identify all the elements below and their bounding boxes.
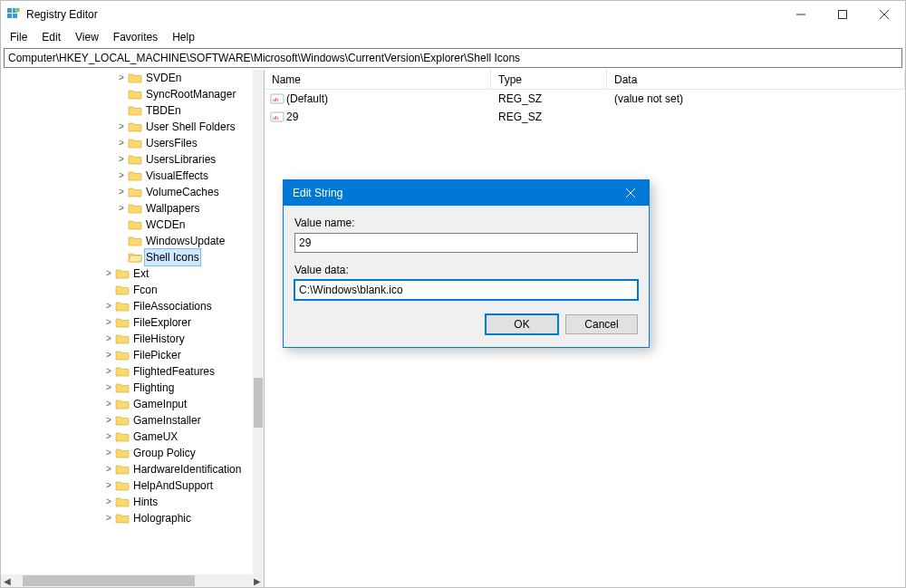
tree-item[interactable]: >UsersLibraries bbox=[1, 151, 253, 168]
folder-icon bbox=[115, 429, 130, 444]
tree-horizontal-scrollbar[interactable]: ◀ ▶ bbox=[1, 574, 264, 587]
tree-item[interactable]: TBDEn bbox=[1, 102, 253, 119]
folder-icon bbox=[128, 71, 142, 85]
tree-item[interactable]: >Ext bbox=[1, 265, 253, 282]
folder-icon bbox=[115, 446, 130, 460]
tree-item-label: HardwareIdentification bbox=[131, 461, 243, 477]
expand-toggle-icon[interactable]: > bbox=[102, 347, 115, 363]
tree-item[interactable]: >GameUX bbox=[1, 429, 253, 445]
value-data-input[interactable] bbox=[294, 280, 638, 300]
tree-item[interactable]: >FileAssociations bbox=[1, 298, 253, 314]
expand-toggle-icon[interactable]: > bbox=[102, 477, 115, 494]
expand-toggle-icon[interactable]: > bbox=[102, 298, 115, 314]
expand-toggle-icon[interactable]: > bbox=[102, 445, 115, 461]
column-name[interactable]: Name bbox=[265, 70, 491, 89]
tree-item[interactable]: >FlightedFeatures bbox=[1, 363, 253, 380]
expand-toggle-icon[interactable]: > bbox=[102, 314, 115, 331]
tree-item[interactable]: WindowsUpdate bbox=[1, 233, 253, 249]
expand-toggle-icon[interactable]: > bbox=[102, 331, 115, 347]
expand-toggle-icon[interactable]: > bbox=[115, 184, 128, 200]
tree-item[interactable]: >HelpAndSupport bbox=[1, 477, 253, 494]
tree-item[interactable]: >Hints bbox=[1, 494, 253, 510]
tree-item-label: User Shell Folders bbox=[144, 119, 237, 135]
tree-item[interactable]: >FilePicker bbox=[1, 347, 253, 363]
column-type[interactable]: Type bbox=[491, 70, 607, 89]
scrollbar-thumb[interactable] bbox=[23, 575, 195, 586]
value-name-input[interactable] bbox=[294, 233, 638, 253]
value-row[interactable]: ab29REG_SZ bbox=[265, 108, 905, 126]
edit-string-dialog: Edit String Value name: Value data: OK C… bbox=[283, 179, 650, 348]
expand-toggle-icon[interactable]: > bbox=[115, 151, 128, 168]
tree-item[interactable]: >Group Policy bbox=[1, 445, 253, 461]
folder-icon bbox=[128, 217, 142, 232]
tree-item[interactable]: >VolumeCaches bbox=[1, 184, 253, 200]
expand-toggle-icon[interactable]: > bbox=[102, 380, 115, 396]
tree-item-label: Fcon bbox=[131, 282, 159, 298]
tree-item[interactable]: >Holographic bbox=[1, 510, 253, 526]
folder-icon bbox=[128, 136, 142, 150]
menu-favorites[interactable]: Favorites bbox=[108, 29, 163, 45]
expand-toggle-icon[interactable]: > bbox=[115, 168, 128, 184]
expand-toggle-icon[interactable]: > bbox=[115, 200, 128, 217]
folder-icon bbox=[115, 315, 130, 330]
ok-button[interactable]: OK bbox=[486, 314, 558, 334]
folder-icon bbox=[115, 381, 130, 395]
svg-rect-2 bbox=[7, 14, 12, 18]
tree-item[interactable]: >VisualEffects bbox=[1, 168, 253, 184]
tree-item[interactable]: >FileExplorer bbox=[1, 314, 253, 331]
tree-item-label: UsersLibraries bbox=[144, 151, 217, 168]
menu-help[interactable]: Help bbox=[167, 29, 200, 45]
menu-edit[interactable]: Edit bbox=[36, 29, 66, 45]
svg-text:ab: ab bbox=[273, 96, 279, 103]
tree-item[interactable]: >UsersFiles bbox=[1, 135, 253, 151]
expand-toggle-icon[interactable]: > bbox=[102, 265, 115, 282]
tree-item-label: FileHistory bbox=[131, 331, 187, 347]
expand-toggle-icon[interactable]: > bbox=[115, 135, 128, 151]
column-data[interactable]: Data bbox=[607, 70, 905, 89]
tree-item-label: VisualEffects bbox=[144, 168, 210, 184]
tree-item[interactable]: >GameInstaller bbox=[1, 412, 253, 429]
tree-item[interactable]: WCDEn bbox=[1, 217, 253, 233]
expand-toggle-icon[interactable]: > bbox=[102, 429, 115, 445]
tree-item[interactable]: >SVDEn bbox=[1, 70, 253, 86]
close-button[interactable] bbox=[863, 1, 905, 28]
dialog-close-button[interactable] bbox=[612, 180, 649, 206]
address-bar[interactable]: Computer\HKEY_LOCAL_MACHINE\SOFTWARE\Mic… bbox=[4, 48, 902, 68]
tree-item[interactable]: >Wallpapers bbox=[1, 200, 253, 217]
value-name: 29 bbox=[286, 111, 298, 123]
folder-icon bbox=[115, 397, 130, 411]
expand-toggle-icon[interactable]: > bbox=[102, 461, 115, 477]
scroll-right-icon[interactable]: ▶ bbox=[251, 574, 264, 587]
tree-item[interactable]: >FileHistory bbox=[1, 331, 253, 347]
tree-item[interactable]: Fcon bbox=[1, 282, 253, 298]
expand-toggle-icon[interactable]: > bbox=[115, 119, 128, 135]
scrollbar-thumb[interactable] bbox=[254, 378, 263, 428]
value-row[interactable]: ab(Default)REG_SZ(value not set) bbox=[265, 90, 905, 108]
menu-view[interactable]: View bbox=[70, 29, 104, 45]
tree-item[interactable]: SyncRootManager bbox=[1, 86, 253, 102]
tree-item[interactable]: >GameInput bbox=[1, 396, 253, 412]
expand-toggle-icon[interactable]: > bbox=[115, 70, 128, 86]
tree-item-label: SVDEn bbox=[144, 70, 183, 86]
expand-toggle-icon[interactable]: > bbox=[102, 412, 115, 429]
registry-tree[interactable]: >SVDEnSyncRootManagerTBDEn>User Shell Fo… bbox=[1, 70, 253, 526]
tree-vertical-scrollbar[interactable] bbox=[253, 70, 264, 574]
folder-icon bbox=[115, 511, 130, 525]
scroll-left-icon[interactable]: ◀ bbox=[1, 574, 14, 587]
cancel-button[interactable]: Cancel bbox=[565, 314, 638, 334]
minimize-button[interactable] bbox=[780, 1, 822, 28]
expand-toggle-icon[interactable]: > bbox=[102, 494, 115, 510]
maximize-button[interactable] bbox=[822, 1, 863, 28]
tree-item-label: FilePicker bbox=[131, 347, 183, 363]
tree-item-label: WCDEn bbox=[144, 217, 187, 233]
menu-file[interactable]: File bbox=[5, 29, 33, 45]
tree-item[interactable]: >HardwareIdentification bbox=[1, 461, 253, 477]
expand-toggle-icon[interactable]: > bbox=[102, 396, 115, 412]
folder-icon bbox=[115, 299, 130, 313]
tree-item[interactable]: Shell Icons bbox=[1, 249, 253, 265]
tree-item[interactable]: >Flighting bbox=[1, 380, 253, 396]
expand-toggle-icon[interactable]: > bbox=[102, 510, 115, 526]
tree-item[interactable]: >User Shell Folders bbox=[1, 119, 253, 135]
expand-toggle-icon[interactable]: > bbox=[102, 363, 115, 380]
dialog-titlebar[interactable]: Edit String bbox=[284, 180, 649, 206]
